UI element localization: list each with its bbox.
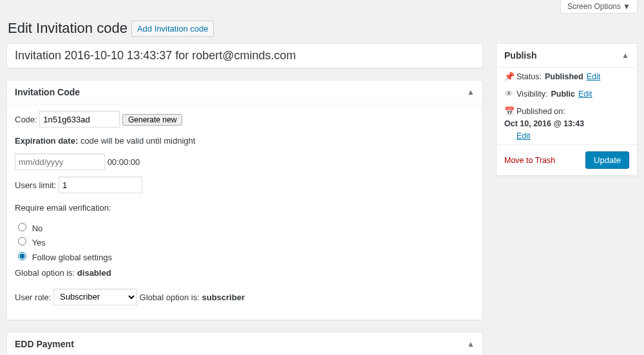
verify-option-yes[interactable]: Yes [15,235,475,250]
page-title: Edit Invitation code [8,20,128,37]
calendar-icon: 📅 [504,106,513,116]
publish-box: Publish ▲ 📌 Status: Published Edit 👁 Vis… [496,43,638,176]
visibility-label: Visibility: [516,90,547,99]
verify-option-no[interactable]: No [15,221,475,236]
status-edit-link[interactable]: Edit [587,72,601,81]
visibility-edit-link[interactable]: Edit [578,90,592,99]
user-role-select[interactable]: Subscriber [53,289,137,305]
edd-title: EDD Payment [15,339,74,349]
move-to-trash-link[interactable]: Move to Trash [504,156,555,165]
invitation-code-title: Invitation Code [15,87,80,97]
generate-button[interactable]: Generate new [122,114,182,126]
pin-icon: 📌 [504,72,513,81]
verify-radio-yes[interactable] [18,237,26,245]
users-limit-input[interactable] [59,177,142,193]
visibility-icon: 👁 [504,89,513,99]
chevron-up-icon[interactable]: ▲ [467,340,475,349]
global-verify-value: disabled [77,268,111,278]
require-verify-label: Require email verification: [15,203,111,213]
global-verify-text: Global option is: [15,268,75,278]
update-button[interactable]: Update [585,151,629,169]
code-label: Code: [15,115,37,124]
invitation-code-box: Invitation Code ▲ Code: Generate new Exp… [6,80,483,320]
expiration-time-hint: 00:00:00 [108,158,140,168]
users-limit-label: Users limit: [15,181,56,191]
published-edit-link[interactable]: Edit [516,131,629,140]
chevron-up-icon[interactable]: ▲ [467,88,475,97]
global-role-text: Global option is: [140,293,200,302]
screen-options-label: Screen Options [567,2,621,11]
verify-radio-no[interactable] [18,223,26,231]
chevron-up-icon[interactable]: ▲ [621,51,629,60]
user-role-label: User role: [15,293,51,302]
code-input[interactable] [39,111,120,128]
post-title: Invitation 2016-10-10 13:43:37 for rober… [6,43,483,68]
add-invitation-button[interactable]: Add Invitation code [131,21,214,37]
expiration-hint: code will be valid until midnight [80,136,195,146]
expiration-date-input[interactable] [15,153,105,170]
status-value: Published [545,72,583,81]
verify-radio-follow[interactable] [18,252,26,260]
verify-option-follow[interactable]: Follow global settings [15,250,475,265]
published-label: Published on: [516,107,565,116]
chevron-down-icon: ▼ [623,2,630,11]
visibility-value: Public [551,90,575,99]
published-value: Oct 10, 2016 @ 13:43 [504,119,584,128]
status-label: Status: [516,72,542,81]
publish-title: Publish [504,50,537,61]
screen-options-button[interactable]: Screen Options ▼ [560,0,638,14]
global-role-value: subscriber [202,293,244,302]
edd-payment-box: EDD Payment ▲ Require payment: follow gl… [6,332,483,355]
expiration-label: Expiration date: [15,136,78,146]
